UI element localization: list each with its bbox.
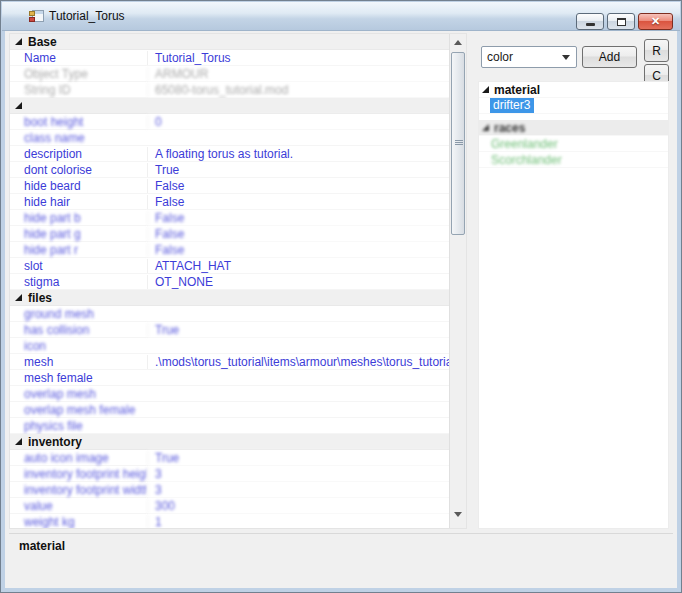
scrollbar-thumb[interactable] [451,52,465,235]
title-bar[interactable]: Tutorial_Torus ✕ [2,2,680,31]
property-value[interactable]: False [147,211,449,225]
collapse-triangle-icon[interactable] [15,102,22,109]
property-value[interactable]: 3 [147,467,449,481]
property-value[interactable]: 65080-torus_tutorial.mod [147,83,449,97]
scroll-up-button[interactable] [450,35,466,50]
property-row[interactable]: hide part rFalse [10,242,449,258]
property-row[interactable]: icon [10,338,449,354]
property-value[interactable]: False [147,227,449,241]
scrollbar-grip-icon [455,140,463,146]
property-label: hide part b [10,211,147,225]
property-row[interactable]: class name [10,130,449,146]
property-row[interactable]: overlap mesh [10,386,449,402]
property-row[interactable]: descriptionA floating torus as tutorial. [10,146,449,162]
property-grid-rows: BaseNameTutorial_TorusObject TypeARMOURS… [10,34,449,528]
collapse-triangle-icon[interactable] [482,86,489,93]
collapse-triangle-icon[interactable] [15,438,22,445]
property-value[interactable]: True [147,163,449,177]
property-row[interactable]: String ID65080-torus_tutorial.mod [10,82,449,98]
property-value[interactable]: 300 [147,499,449,513]
property-row[interactable]: inventory footprint width3 [10,482,449,498]
property-value[interactable]: A floating torus as tutorial. [147,147,449,161]
property-value[interactable]: True [147,323,449,337]
property-value[interactable]: False [147,179,449,193]
winforms-app-icon [29,9,44,24]
close-button[interactable]: ✕ [638,13,673,30]
property-row[interactable]: physics file [10,418,449,434]
list-item[interactable]: Greenlander [479,136,668,152]
property-value[interactable]: False [147,243,449,257]
property-value[interactable]: OT_NONE [147,275,449,289]
property-row[interactable]: NameTutorial_Torus [10,50,449,66]
list-item[interactable]: drifter3 [479,98,668,114]
property-label: value [10,499,147,513]
property-row[interactable]: boot height0 [10,114,449,130]
r-button[interactable]: R [644,39,669,62]
category-row[interactable]: inventory [10,434,449,450]
property-label: hide beard [10,179,147,193]
category-row[interactable]: files [10,290,449,306]
property-label: dont colorise [10,163,147,177]
minimize-button[interactable] [576,13,604,30]
maximize-button[interactable] [607,13,635,30]
property-label: mesh [10,355,147,369]
scroll-down-button[interactable] [450,507,466,522]
property-row[interactable]: hide part gFalse [10,226,449,242]
property-label: weight kg [10,515,147,529]
property-row[interactable]: value300 [10,498,449,514]
list-category-label: races [494,121,525,135]
category-label: files [28,291,52,305]
property-row[interactable]: auto icon imageTrue [10,450,449,466]
list-category-row[interactable]: races [479,120,668,136]
property-row[interactable]: mesh female [10,370,449,386]
collapse-triangle-icon[interactable] [482,124,489,131]
collapse-triangle-icon[interactable] [15,38,22,45]
property-row[interactable]: dont coloriseTrue [10,162,449,178]
list-item-label: drifter3 [490,98,534,113]
property-value[interactable]: 3 [147,483,449,497]
property-value[interactable]: True [147,451,449,465]
property-label: String ID [10,83,147,97]
property-row[interactable]: has collisionTrue [10,322,449,338]
property-row[interactable]: mesh.\mods\torus_tutorial\items\armour\m… [10,354,449,370]
list-category-row[interactable]: material [479,82,668,98]
property-row[interactable]: Object TypeARMOUR [10,66,449,82]
property-row[interactable]: hide hairFalse [10,194,449,210]
list-item-label: Scorchlander [491,153,562,167]
property-value[interactable]: .\mods\torus_tutorial\items\armour\meshe… [147,355,449,369]
property-label: physics file [10,419,147,433]
property-grid-scrollbar[interactable] [449,34,466,528]
property-label: description [10,147,147,161]
collapse-triangle-icon[interactable] [15,294,22,301]
property-value[interactable]: ATTACH_HAT [147,259,449,273]
property-label: hide hair [10,195,147,209]
property-label: has collision [10,323,147,337]
add-button[interactable]: Add [582,46,637,68]
property-label: icon [10,339,147,353]
property-row[interactable]: hide beardFalse [10,178,449,194]
property-row[interactable]: inventory footprint height3 [10,466,449,482]
combobox-value: color [482,50,562,64]
property-label: mesh female [10,371,147,385]
property-value[interactable]: ARMOUR [147,67,449,81]
add-button-label: Add [599,50,620,64]
category-row[interactable] [10,98,449,114]
help-panel: material [9,533,673,587]
property-row[interactable]: slotATTACH_HAT [10,258,449,274]
property-row[interactable]: ground mesh [10,306,449,322]
attach-type-combobox[interactable]: color [481,46,577,68]
property-value[interactable]: False [147,195,449,209]
property-label: hide part g [10,227,147,241]
property-value[interactable]: 1 [147,515,449,529]
property-label: boot height [10,115,147,129]
property-row[interactable]: hide part bFalse [10,210,449,226]
property-label: slot [10,259,147,273]
chevron-down-icon [562,55,570,60]
property-row[interactable]: weight kg1 [10,514,449,528]
property-row[interactable]: stigmaOT_NONE [10,274,449,290]
property-value[interactable]: 0 [147,115,449,129]
list-item[interactable]: Scorchlander [479,152,668,168]
property-value[interactable]: Tutorial_Torus [147,51,449,65]
property-row[interactable]: overlap mesh female [10,402,449,418]
category-row[interactable]: Base [10,34,449,50]
